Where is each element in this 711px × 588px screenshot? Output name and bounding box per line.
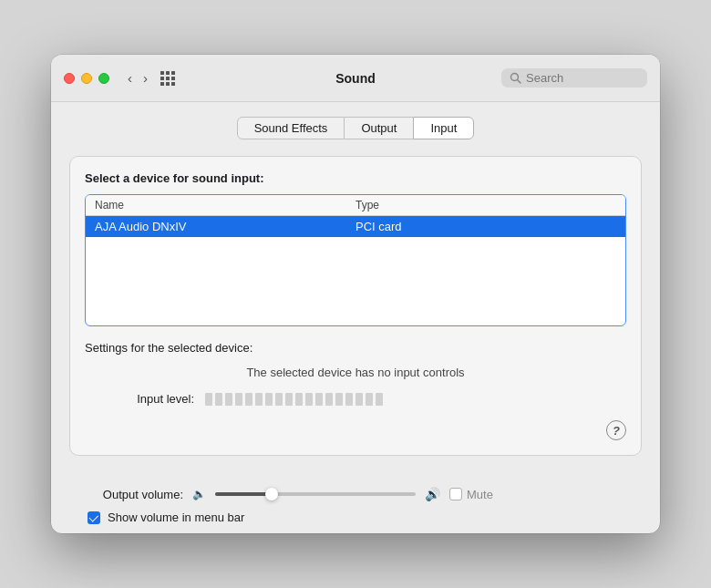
level-bar xyxy=(255,393,263,406)
show-volume-row: Show volume in menu bar xyxy=(69,511,642,524)
close-button[interactable] xyxy=(64,73,75,84)
level-bar xyxy=(275,393,283,406)
mute-area: Mute xyxy=(449,488,493,501)
output-volume-row: Output volume: 🔈 🔊 Mute xyxy=(69,487,642,501)
table-row[interactable]: AJA Audio DNxIV PCI card xyxy=(86,216,625,237)
level-bar xyxy=(285,393,293,406)
tabs: Sound Effects Output Input xyxy=(69,117,642,139)
help-button[interactable]: ? xyxy=(606,420,626,440)
level-bar xyxy=(245,393,252,406)
back-button[interactable]: ‹ xyxy=(124,68,136,88)
show-volume-label: Show volume in menu bar xyxy=(108,511,244,524)
table-body: AJA Audio DNxIV PCI card xyxy=(86,216,625,325)
tab-input[interactable]: Input xyxy=(413,117,474,139)
col-type-header: Type xyxy=(356,199,616,211)
no-controls-text: The selected device has no input control… xyxy=(85,366,626,379)
device-name: AJA Audio DNxIV xyxy=(95,220,356,233)
search-icon xyxy=(510,72,521,84)
search-input[interactable] xyxy=(526,71,639,85)
input-level-row: Input level: xyxy=(85,392,626,406)
level-bar xyxy=(335,393,343,406)
svg-line-1 xyxy=(518,80,521,84)
tab-output[interactable]: Output xyxy=(345,117,413,139)
minimize-button[interactable] xyxy=(81,73,92,84)
nav-buttons: ‹ › xyxy=(124,68,151,88)
level-bar xyxy=(366,393,373,406)
window-title: Sound xyxy=(335,71,376,86)
main-window: ‹ › Sound Sound Effects Output Input Sel… xyxy=(51,55,660,533)
level-bar xyxy=(205,393,212,406)
titlebar: ‹ › Sound xyxy=(51,55,660,102)
level-bar xyxy=(325,393,333,406)
volume-slider-fill xyxy=(215,492,272,496)
volume-slider-knob xyxy=(265,488,278,500)
output-volume-label: Output volume: xyxy=(88,488,183,501)
level-bar xyxy=(345,393,353,406)
grid-icon[interactable] xyxy=(160,71,175,86)
settings-heading: Settings for the selected device: xyxy=(85,341,626,355)
col-name-header: Name xyxy=(95,199,356,211)
tab-sound-effects[interactable]: Sound Effects xyxy=(237,117,345,139)
settings-panel: Select a device for sound input: Name Ty… xyxy=(69,156,642,456)
maximize-button[interactable] xyxy=(98,73,109,84)
forward-button[interactable]: › xyxy=(139,68,151,88)
input-level-label: Input level: xyxy=(121,392,194,406)
mute-label: Mute xyxy=(467,488,493,501)
search-bar[interactable] xyxy=(501,68,647,88)
level-bar xyxy=(376,393,383,406)
volume-low-icon: 🔈 xyxy=(192,488,206,500)
level-bar xyxy=(295,393,303,406)
volume-slider[interactable] xyxy=(215,492,416,496)
help-row: ? xyxy=(85,420,626,440)
level-bar xyxy=(225,393,232,406)
mute-checkbox[interactable] xyxy=(449,488,462,500)
level-bar xyxy=(305,393,313,406)
show-volume-checkbox[interactable] xyxy=(88,511,100,524)
traffic-lights xyxy=(64,73,109,84)
level-bar xyxy=(215,393,222,406)
device-table: Name Type AJA Audio DNxIV PCI card xyxy=(85,194,626,326)
volume-high-icon: 🔊 xyxy=(425,487,440,501)
bottom-controls: Output volume: 🔈 🔊 Mute Show volume in m… xyxy=(51,474,660,533)
volume-slider-wrapper xyxy=(215,492,416,496)
level-bar xyxy=(356,393,363,406)
level-bar xyxy=(265,393,273,406)
content-area: Sound Effects Output Input Select a devi… xyxy=(51,102,660,474)
level-bar xyxy=(235,393,242,406)
level-bars xyxy=(205,393,383,406)
device-section-heading: Select a device for sound input: xyxy=(85,171,626,185)
device-type: PCI card xyxy=(356,220,616,233)
level-bar xyxy=(315,393,323,406)
table-header: Name Type xyxy=(86,195,625,216)
